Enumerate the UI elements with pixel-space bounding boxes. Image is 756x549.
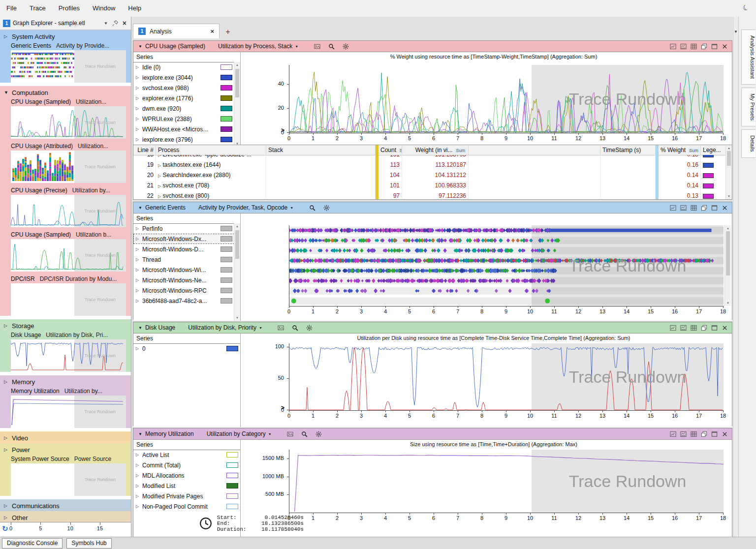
- series-row-thread[interactable]: ▷Thread: [133, 254, 234, 265]
- new-tab-button[interactable]: +: [220, 26, 235, 38]
- table-scrollbar[interactable]: ▲▼: [725, 145, 732, 199]
- item-thumbnail[interactable]: Trace Rundown: [11, 151, 126, 183]
- explorer-close-icon[interactable]: ×: [121, 20, 128, 27]
- column-header-line[interactable]: Line #: [133, 145, 156, 155]
- item-thumbnail[interactable]: Trace Rundown: [11, 239, 126, 272]
- column-header-count[interactable]: CountSum: [378, 145, 402, 155]
- item-thumbnail[interactable]: Trace Rundown: [11, 195, 126, 227]
- tab-overflow-icon[interactable]: ▼: [734, 30, 738, 34]
- cpu-chart[interactable]: % Weight using resource time as [TimeSta…: [241, 52, 732, 147]
- explorer-item-memory-utilization[interactable]: Memory UtilizationUtilization by...: [0, 387, 131, 395]
- undock-icon[interactable]: [700, 204, 708, 212]
- series-row-microsoft-windows-d[interactable]: ▷Microsoft-Windows-D...: [133, 244, 234, 254]
- explorer-item-cpu-usage-precise[interactable]: CPU Usage (Precise)Utilization by...: [0, 186, 131, 194]
- gear-icon[interactable]: [306, 324, 314, 332]
- close-icon[interactable]: [721, 204, 729, 212]
- menu-file[interactable]: File: [0, 0, 23, 17]
- graph-preset-selector[interactable]: Utilization by Category: [207, 430, 266, 437]
- chart-scrollbar[interactable]: ▲▼: [724, 225, 731, 306]
- item-thumbnail[interactable]: Trace Rundown: [11, 50, 126, 83]
- series-row-perfinfo[interactable]: ▷Perfinfo: [133, 223, 234, 234]
- table-display-icon[interactable]: [690, 430, 698, 438]
- expand-chart-button[interactable]: >: [281, 127, 284, 134]
- close-icon[interactable]: [721, 430, 729, 438]
- mixed-display-icon[interactable]: [679, 42, 688, 50]
- section-header-memory[interactable]: ▷Memory: [0, 376, 131, 387]
- series-row-microsoft-windows-rpc[interactable]: ▷Microsoft-Windows-RPC: [133, 285, 234, 296]
- gear-icon[interactable]: [315, 430, 323, 438]
- series-row-iexplore-exe-3044[interactable]: ▷iexplore.exe (3044): [133, 72, 234, 83]
- column-header-weight[interactable]: % WeightSum: [659, 145, 701, 155]
- table-row[interactable]: 19▷ taskhostex.exe (1644)113113.1201870.…: [133, 160, 726, 170]
- explorer-item-dpc-isr[interactable]: DPC/ISRDPC/ISR Duration by Modu...: [0, 275, 131, 283]
- table-display-icon[interactable]: [690, 204, 698, 212]
- section-header-video[interactable]: ▷Video: [0, 432, 131, 443]
- section-header-other[interactable]: ▷Other: [0, 512, 131, 522]
- chart-plot[interactable]: Trace Rundown: [289, 343, 724, 411]
- series-row-wwahost-exe-micros[interactable]: ▷WWAHost.exe <Micros...: [133, 124, 234, 134]
- menu-help[interactable]: Help: [122, 0, 148, 17]
- tab-analysis[interactable]: 1 Analysis ×: [133, 24, 220, 38]
- statusbar-button-diagnostic-console[interactable]: Diagnostic Console: [2, 538, 63, 549]
- statusbar-button-symbols-hub[interactable]: Symbols Hub: [66, 538, 111, 549]
- series-row-commit-total[interactable]: ▷Commit (Total): [133, 460, 240, 470]
- item-thumbnail[interactable]: Trace Rundown: [11, 339, 126, 372]
- graph-preset-selector[interactable]: Activity by Provider, Task, Opcode: [198, 204, 287, 211]
- series-row-36b6f488-aad7-48c2-a[interactable]: ▷36b6f488-aad7-48c2-a...: [133, 296, 234, 306]
- expand-chart-button[interactable]: >: [281, 404, 284, 411]
- chevron-down-icon[interactable]: ▼: [102, 21, 109, 26]
- close-icon[interactable]: [721, 42, 729, 50]
- pin-icon[interactable]: [112, 20, 119, 27]
- series-scrollbar[interactable]: ▲▼: [234, 223, 240, 321]
- graph-display-icon[interactable]: [669, 42, 677, 50]
- undock-icon[interactable]: [700, 42, 708, 50]
- mixed-display-icon[interactable]: [679, 324, 688, 332]
- graph-display-icon[interactable]: [669, 430, 677, 438]
- collapse-chevron-icon[interactable]: ▼: [138, 432, 142, 436]
- series-row-microsoft-windows-wi[interactable]: ▷Microsoft-Windows-Wi...: [133, 265, 234, 275]
- column-header-timestamp-s[interactable]: TimeStamp (s): [600, 145, 656, 155]
- graph-preset-selector[interactable]: Utilization by Disk, Priority: [188, 324, 256, 331]
- item-thumbnail[interactable]: Trace Rundown: [11, 283, 126, 316]
- explorer-item-cpu-usage-sampled[interactable]: CPU Usage (Sampled)Utilization...: [0, 98, 131, 106]
- explorer-item-generic-events[interactable]: Generic EventsActivity by Provide...: [0, 42, 131, 50]
- events-chart[interactable]: Trace Rundown012345678910111213141516171…: [241, 214, 732, 321]
- series-row-idle-0[interactable]: ▷Idle (0): [133, 62, 234, 72]
- mixed-display-icon[interactable]: [679, 430, 688, 438]
- search-icon[interactable]: [308, 204, 316, 212]
- image-icon[interactable]: [286, 430, 294, 438]
- section-header-storage[interactable]: ▷Storage: [0, 320, 131, 331]
- rail-tab-my-presets[interactable]: My Presets: [741, 88, 756, 126]
- series-row-iexplore-exe-3796[interactable]: ▷iexplore.exe (3796): [133, 134, 234, 145]
- column-header-weight-in-vi[interactable]: Weight (in vi...Sum: [402, 145, 469, 155]
- chart-plot[interactable]: Trace Rundown: [289, 225, 724, 306]
- search-icon[interactable]: [327, 42, 335, 50]
- search-icon[interactable]: [301, 430, 309, 438]
- series-row-dwm-exe-920[interactable]: ▷dwm.exe (920): [133, 103, 234, 114]
- series-row-active-list[interactable]: ▷Active List: [133, 450, 240, 460]
- section-header-system-activity[interactable]: ▷System Activity: [0, 31, 131, 42]
- column-header-blank[interactable]: [469, 145, 600, 155]
- column-header-process[interactable]: Process: [156, 145, 266, 155]
- refresh-icon[interactable]: ↻: [2, 524, 8, 533]
- graph-preset-selector[interactable]: Utilization by Process, Stack: [218, 43, 292, 50]
- series-row-explorer-exe-1776[interactable]: ▷explorer.exe (1776): [133, 93, 234, 103]
- series-row-wprui-exe-2388[interactable]: ▷WPRUI.exe (2388): [133, 114, 234, 124]
- series-row-modified-list[interactable]: ▷Modified List: [133, 481, 240, 491]
- gear-icon[interactable]: [342, 42, 349, 50]
- chart-plot[interactable]: Trace Rundown: [289, 450, 724, 513]
- menu-trace[interactable]: Trace: [23, 0, 52, 17]
- table-display-icon[interactable]: [690, 324, 698, 332]
- maximize-icon[interactable]: [710, 204, 719, 212]
- table-row[interactable]: 20▷ SearchIndexer.exe (2880)104104.13121…: [133, 170, 726, 181]
- collapse-chevron-icon[interactable]: ▼: [138, 326, 142, 330]
- menu-window[interactable]: Window: [86, 0, 122, 17]
- series-row-mdl-allocations[interactable]: ▷MDL Allocations: [133, 470, 240, 481]
- undock-icon[interactable]: [700, 324, 708, 332]
- search-icon[interactable]: [291, 324, 299, 332]
- table-display-icon[interactable]: [690, 42, 698, 50]
- disk-chart[interactable]: Utilization per Disk using resource time…: [241, 334, 732, 427]
- explorer-item-disk-usage[interactable]: Disk UsageUtilization by Disk, Pri...: [0, 331, 131, 339]
- memory-chart[interactable]: Size using resource time as [Time,Time+D…: [241, 440, 732, 538]
- table-row[interactable]: 22▷ svchost.exe (800)9797.1122360.13: [133, 191, 726, 199]
